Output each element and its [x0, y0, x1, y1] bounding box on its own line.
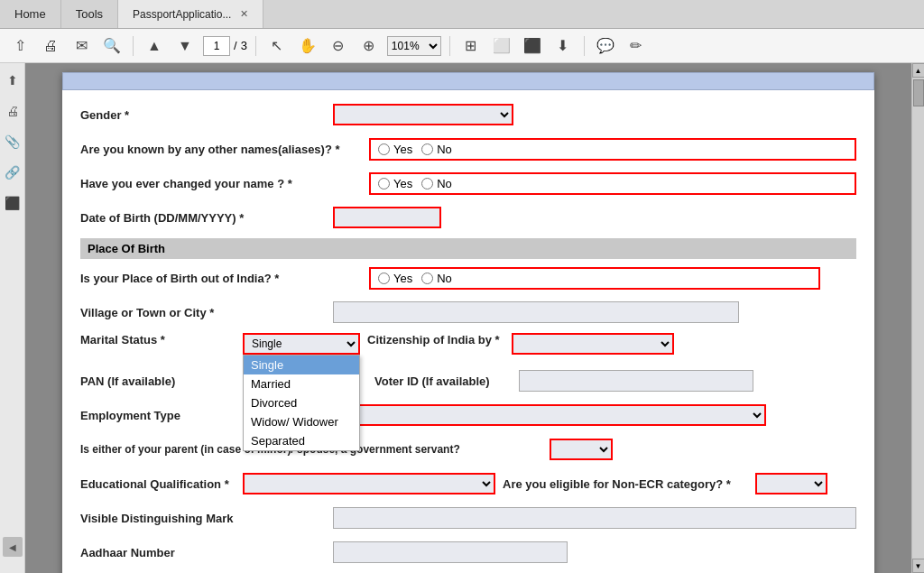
- gender-label: Gender *: [80, 108, 333, 122]
- birth-out-india-yes-radio[interactable]: [378, 273, 390, 284]
- nav-icon-1[interactable]: ⬆: [3, 70, 23, 90]
- nav-icon-5[interactable]: ⬛: [3, 193, 23, 213]
- upload-btn[interactable]: ⇧: [7, 33, 32, 59]
- govt-servant-select[interactable]: Yes No: [550, 439, 613, 460]
- gender-select[interactable]: Male Female Transgender: [333, 104, 513, 125]
- sep4: [584, 36, 585, 56]
- birth-out-india-row: Is your Place of Birth out of India? * Y…: [80, 264, 856, 291]
- birth-out-india-radio-group: Yes No: [369, 267, 820, 290]
- prev-page-btn[interactable]: ▲: [142, 33, 167, 59]
- birth-out-india-no-radio[interactable]: [421, 273, 433, 284]
- page-nav: 1 / 3: [203, 36, 247, 56]
- pan-label: PAN (If available): [80, 374, 243, 388]
- aadhaar-input[interactable]: [333, 541, 568, 563]
- hand-tool-btn[interactable]: ✋: [295, 33, 320, 59]
- marital-option-single[interactable]: Single: [244, 356, 359, 374]
- dob-input[interactable]: [333, 207, 441, 228]
- gender-row: Gender * Male Female Transgender: [80, 101, 856, 128]
- collapse-panel-btn[interactable]: ◀: [3, 537, 23, 557]
- marital-dropdown-container: Single Married Divorced Widow/ Widower S…: [243, 333, 360, 355]
- non-ecr-label: Are you eligible for Non-ECR category? *: [503, 477, 755, 491]
- fit-page-btn[interactable]: ⊞: [458, 33, 484, 59]
- nav-icon-2[interactable]: 🖨: [3, 101, 23, 121]
- form-area: Gender * Male Female Transgender Are you…: [62, 94, 874, 573]
- page-input[interactable]: 1: [203, 36, 230, 56]
- voter-id-input[interactable]: [519, 370, 753, 392]
- content-area[interactable]: Gender * Male Female Transgender Are you…: [25, 63, 911, 573]
- name-changed-yes-option[interactable]: Yes: [378, 177, 412, 190]
- scroll-up-btn[interactable]: ▲: [912, 63, 925, 78]
- dob-label: Date of Birth (DD/MM/YYYY) *: [80, 211, 333, 225]
- download-btn[interactable]: ⬇: [550, 33, 576, 59]
- birth-out-india-label: Is your Place of Birth out of India? *: [80, 272, 369, 285]
- citizenship-select[interactable]: Birth Descent Registration: [512, 333, 674, 355]
- aliases-row: Are you known by any other names(aliases…: [80, 135, 856, 162]
- aliases-radio-group: Yes No: [369, 138, 856, 161]
- aadhaar-row: Aadhaar Number: [80, 539, 856, 566]
- marital-option-separated[interactable]: Separated: [244, 431, 359, 450]
- marital-option-divorced[interactable]: Divorced: [244, 393, 359, 412]
- search-btn[interactable]: 🔍: [99, 33, 125, 59]
- edu-qual-select[interactable]: 10th Pass 12th Pass Graduate Post Gradua…: [243, 473, 495, 494]
- dob-row: Date of Birth (DD/MM/YYYY) *: [80, 204, 856, 231]
- birth-out-india-no-option[interactable]: No: [421, 272, 452, 285]
- next-page-btn[interactable]: ▼: [172, 33, 198, 59]
- rotate-btn[interactable]: ⬛: [520, 33, 545, 59]
- aliases-label: Are you known by any other names(aliases…: [80, 143, 369, 156]
- name-changed-row: Have you ever changed your name ? * Yes …: [80, 170, 856, 197]
- aliases-yes-radio[interactable]: [378, 143, 390, 155]
- scrollbar: ▲ ▼: [911, 63, 924, 573]
- name-changed-yes-radio[interactable]: [378, 178, 390, 189]
- nav-icon-4[interactable]: 🔗: [3, 162, 23, 182]
- sep2: [255, 36, 256, 56]
- visible-mark-label: Visible Distinguishing Mark: [80, 512, 333, 525]
- fit-width-btn[interactable]: ⬜: [489, 33, 514, 59]
- marital-option-married[interactable]: Married: [244, 374, 359, 393]
- scroll-down-btn[interactable]: ▼: [912, 559, 925, 573]
- scroll-thumb[interactable]: [913, 79, 924, 106]
- aliases-no-option[interactable]: No: [421, 143, 452, 156]
- tab-pdf[interactable]: PassportApplicatio... ✕: [118, 0, 263, 28]
- marital-label: Marital Status *: [80, 333, 243, 347]
- non-ecr-select[interactable]: Yes No: [755, 473, 827, 494]
- top-strip: [62, 72, 874, 90]
- print-btn[interactable]: 🖨: [38, 33, 63, 59]
- govt-servant-row: Is either of your parent (in case of min…: [80, 436, 856, 463]
- name-changed-no-option[interactable]: No: [421, 177, 452, 190]
- zoom-in-btn[interactable]: ⊕: [356, 33, 382, 59]
- marital-citizenship-row: Marital Status * Single Married Divorced…: [80, 333, 856, 360]
- birth-out-india-yes-option[interactable]: Yes: [378, 272, 412, 285]
- zoom-out-btn[interactable]: ⊖: [326, 33, 351, 59]
- aliases-yes-option[interactable]: Yes: [378, 143, 412, 156]
- tab-home[interactable]: Home: [0, 0, 61, 28]
- visible-mark-input[interactable]: [333, 507, 856, 529]
- pan-voter-row: PAN (If available) Voter ID (If availabl…: [80, 367, 856, 394]
- tab-close-icon[interactable]: ✕: [240, 8, 248, 20]
- place-of-birth-header: Place Of Birth: [80, 238, 856, 259]
- left-panel: ⬆ 🖨 📎 🔗 ⬛ ◀: [0, 63, 25, 573]
- email-btn[interactable]: ✉: [69, 33, 94, 59]
- marital-select[interactable]: Single Married Divorced Widow/ Widower S…: [243, 333, 360, 355]
- draw-btn[interactable]: ✏: [624, 33, 649, 59]
- village-row: Village or Town or City *: [80, 299, 856, 326]
- visible-mark-row: Visible Distinguishing Mark: [80, 504, 856, 531]
- comment-btn[interactable]: 💬: [593, 33, 618, 59]
- sep3: [449, 36, 450, 56]
- employment-row: Employment Type Government Private Self …: [80, 402, 856, 429]
- citizenship-label: Citizenship of India by *: [367, 333, 512, 347]
- toolbar: ⇧ 🖨 ✉ 🔍 ▲ ▼ 1 / 3 ↖ ✋ ⊖ ⊕ 101% 75% 100% …: [0, 29, 924, 63]
- village-input[interactable]: [333, 301, 739, 323]
- pdf-page: Gender * Male Female Transgender Are you…: [62, 72, 874, 573]
- tab-bar: Home Tools PassportApplicatio... ✕: [0, 0, 924, 29]
- edu-qual-label: Educational Qualification *: [80, 477, 243, 491]
- name-changed-radio-group: Yes No: [369, 172, 856, 195]
- cursor-tool-btn[interactable]: ↖: [264, 33, 290, 59]
- aliases-no-radio[interactable]: [421, 143, 433, 155]
- edu-qual-non-ecr-row: Educational Qualification * 10th Pass 12…: [80, 470, 856, 497]
- tab-tools[interactable]: Tools: [61, 0, 118, 28]
- nav-icon-3[interactable]: 📎: [3, 132, 23, 152]
- name-changed-label: Have you ever changed your name ? *: [80, 177, 369, 190]
- name-changed-no-radio[interactable]: [421, 178, 433, 189]
- zoom-select[interactable]: 101% 75% 100% 125% 150%: [387, 36, 441, 56]
- marital-option-widow[interactable]: Widow/ Widower: [244, 412, 359, 431]
